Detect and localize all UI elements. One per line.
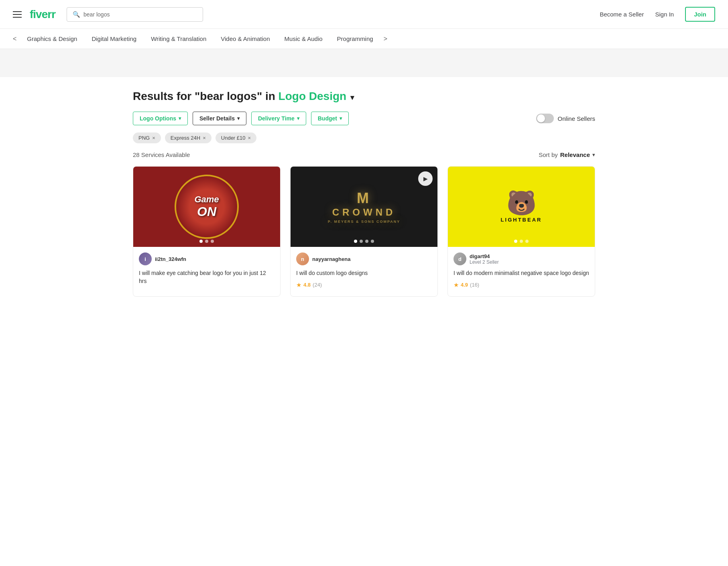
bear-icon: 🐻 — [501, 191, 542, 215]
card-1-title: I will make eye catching bear logo for y… — [139, 269, 275, 285]
online-sellers-toggle[interactable] — [536, 114, 554, 123]
card-1-seller-name: ii2tn_324wfn — [155, 256, 186, 262]
seller-details-filter[interactable]: Seller Details ▾ — [193, 112, 246, 125]
filter-tag-png[interactable]: PNG × — [133, 132, 161, 143]
card-2-body: n nayyarnaghena I will do custom logo de… — [291, 247, 437, 296]
become-seller-link[interactable]: Become a Seller — [600, 11, 644, 18]
online-sellers-label: Online Sellers — [558, 115, 595, 122]
star-icon: ★ — [296, 281, 301, 289]
card-3-rating: ★ 4.9 (16) — [453, 281, 589, 289]
card-2-dots — [354, 240, 374, 243]
search-input[interactable] — [83, 11, 197, 18]
cat-programming[interactable]: Programming — [330, 29, 380, 49]
dot-3 — [365, 240, 368, 243]
rating-score: 4.8 — [303, 282, 311, 288]
search-icon: 🔍 — [73, 11, 80, 18]
search-bar: 🔍 — [67, 7, 203, 22]
dot-4 — [371, 240, 374, 243]
card-3-avatar: d — [453, 252, 466, 265]
card-2-seller-row: n nayyarnaghena — [296, 252, 432, 265]
logo[interactable]: fiverr — [30, 8, 55, 21]
remove-express-filter[interactable]: × — [203, 135, 206, 141]
filter-tag-price[interactable]: Under £10 × — [216, 132, 256, 143]
card-3-dots — [514, 240, 529, 243]
card-3-image: 🐻 LIGHTBEAR — [448, 167, 595, 247]
dot-3 — [525, 240, 529, 243]
cat-digital-marketing[interactable]: Digital Marketing — [84, 29, 144, 49]
active-filters: PNG × Express 24H × Under £10 × — [133, 132, 595, 143]
card-2[interactable]: M CROWND P. MEYERS & SONS COMPANY ▶ n — [290, 166, 438, 297]
game-on-text: Game ON — [194, 195, 219, 218]
sort-value: Relevance — [560, 151, 590, 158]
banner-area — [0, 49, 728, 77]
card-3[interactable]: 🐻 LIGHTBEAR d digart94 L — [447, 166, 595, 297]
cat-writing-translation[interactable]: Writing & Translation — [144, 29, 214, 49]
rating-score: 4.9 — [461, 282, 468, 288]
cat-nav-prev[interactable]: < — [10, 35, 20, 43]
dot-2 — [360, 240, 363, 243]
dot-2 — [205, 240, 208, 243]
cards-grid: Game ON i ii2tn_324wfn — [133, 166, 595, 297]
card-1-body: i ii2tn_324wfn I will make eye catching … — [133, 247, 280, 296]
header-nav: Become a Seller Sign In Join — [600, 7, 715, 22]
header: fiverr 🔍 Become a Seller Sign In Join — [0, 0, 728, 29]
join-button[interactable]: Join — [685, 7, 715, 22]
sort-by-label: Sort by — [539, 151, 558, 158]
category-dropdown-arrow[interactable]: ▾ — [350, 94, 354, 102]
main-content: Results for "bear logos" in Logo Design … — [123, 77, 605, 297]
cat-graphics-design[interactable]: Graphics & Design — [20, 29, 84, 49]
remove-png-filter[interactable]: × — [152, 135, 155, 141]
card-3-body: d digart94 Level 2 Seller I will do mode… — [448, 247, 595, 296]
delivery-time-filter[interactable]: Delivery Time ▾ — [251, 112, 306, 125]
sort-bar: 28 Services Available Sort by Relevance … — [133, 151, 595, 158]
dot-1 — [514, 240, 517, 243]
card-3-seller-row: d digart94 Level 2 Seller — [453, 252, 589, 265]
bear-brand: LIGHTBEAR — [501, 217, 542, 223]
budget-filter[interactable]: Budget ▾ — [311, 112, 349, 125]
cat-music-audio[interactable]: Music & Audio — [277, 29, 330, 49]
card-2-avatar: n — [296, 252, 309, 265]
card-2-seller-info: nayyarnaghena — [312, 256, 350, 262]
card-3-seller-name: digart94 — [470, 253, 499, 259]
dot-1 — [199, 240, 203, 243]
rating-count: (16) — [470, 282, 479, 288]
card-3-seller-level: Level 2 Seller — [470, 259, 499, 265]
toggle-knob — [537, 114, 545, 122]
crown-logo: M CROWND P. MEYERS & SONS COMPANY — [328, 190, 401, 224]
results-prefix: Results for "bear logos" in — [133, 90, 275, 102]
remove-price-filter[interactable]: × — [248, 135, 251, 141]
category-link[interactable]: Logo Design — [279, 90, 347, 102]
hamburger-menu[interactable] — [13, 11, 22, 18]
card-2-artwork: M CROWND P. MEYERS & SONS COMPANY ▶ — [291, 167, 437, 247]
filter-bar: Logo Options ▾ Seller Details ▾ Delivery… — [133, 112, 595, 125]
card-2-title: I will do custom logo designs — [296, 269, 432, 277]
card-2-seller-name: nayyarnaghena — [312, 256, 350, 262]
card-3-title: I will do modern minimalist negative spa… — [453, 269, 589, 277]
card-1-seller-info: ii2tn_324wfn — [155, 256, 186, 262]
filter-tag-express[interactable]: Express 24H × — [165, 132, 211, 143]
dot-2 — [520, 240, 523, 243]
cat-video-animation[interactable]: Video & Animation — [214, 29, 277, 49]
category-nav: < Graphics & Design Digital Marketing Wr… — [0, 29, 728, 49]
services-count: 28 Services Available — [133, 151, 190, 158]
dot-3 — [211, 240, 214, 243]
card-1-avatar: i — [139, 252, 152, 265]
logo-options-filter[interactable]: Logo Options ▾ — [133, 112, 188, 125]
card-2-rating: ★ 4.8 (24) — [296, 281, 432, 289]
sort-dropdown-arrow[interactable]: ▾ — [592, 152, 595, 158]
card-1[interactable]: Game ON i ii2tn_324wfn — [133, 166, 281, 297]
card-2-image: M CROWND P. MEYERS & SONS COMPANY ▶ — [291, 167, 437, 247]
sign-in-link[interactable]: Sign In — [655, 11, 674, 18]
results-title: Results for "bear logos" in Logo Design … — [133, 90, 595, 103]
sort-by: Sort by Relevance ▾ — [539, 151, 595, 158]
play-button[interactable]: ▶ — [418, 171, 433, 186]
card-1-image: Game ON — [133, 167, 280, 247]
cat-nav-next[interactable]: > — [380, 35, 390, 43]
bear-logo-wrap: 🐻 LIGHTBEAR — [501, 191, 542, 223]
online-sellers-wrap: Online Sellers — [536, 114, 595, 123]
card-1-dots — [199, 240, 214, 243]
card-1-seller-row: i ii2tn_324wfn — [139, 252, 275, 265]
card-1-artwork: Game ON — [133, 167, 280, 247]
star-icon: ★ — [453, 281, 459, 289]
card-3-seller-info: digart94 Level 2 Seller — [470, 253, 499, 265]
